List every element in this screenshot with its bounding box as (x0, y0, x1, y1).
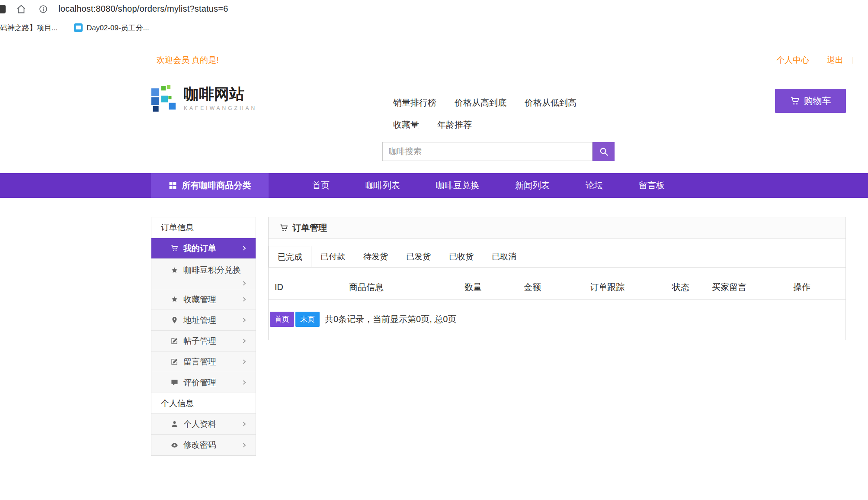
pixel-k-logo-icon (151, 85, 178, 112)
sidebar-section-profile: 个人信息 (151, 393, 256, 414)
bookmark-item[interactable]: Day02-09-员工分... (74, 23, 149, 33)
all-categories-label: 所有咖啡商品分类 (182, 180, 251, 191)
sidebar-item-label: 帖子管理 (183, 335, 216, 347)
chevron-right-icon (241, 317, 247, 323)
nav-item-coffee-list[interactable]: 咖啡列表 (365, 180, 400, 191)
column-quantity: 数量 (464, 281, 524, 293)
edit-icon (171, 358, 178, 365)
sidebar-item-label: 评价管理 (183, 377, 216, 388)
cart-icon (171, 245, 178, 252)
nav-item-message-board[interactable]: 留言板 (639, 180, 665, 191)
divider (852, 57, 852, 64)
star-icon (171, 296, 178, 303)
logo-text: 咖啡网站 KAFEIWANGZHAN (184, 85, 257, 111)
divider (818, 57, 818, 64)
column-order-tracking: 订单跟踪 (590, 281, 672, 293)
sidebar-item-messages[interactable]: 留言管理 (151, 352, 256, 372)
chevron-right-icon (241, 442, 247, 448)
nav-item-news[interactable]: 新闻列表 (515, 180, 550, 191)
sidebar-item-addresses[interactable]: 地址管理 (151, 310, 256, 331)
account-center-link[interactable]: 个人中心 (776, 55, 809, 66)
sidebar-item-label: 留言管理 (183, 356, 216, 368)
cart-button[interactable]: 购物车 (775, 89, 846, 113)
tab-cancelled[interactable]: 已取消 (483, 246, 525, 267)
sort-links: 销量排行榜 价格从高到底 价格从低到高 收藏量 年龄推荐 (393, 97, 577, 131)
site-info-icon[interactable] (38, 4, 48, 14)
eye-icon (171, 442, 178, 449)
tab-received[interactable]: 已收货 (440, 246, 483, 267)
panel-title: 订单管理 (292, 222, 327, 234)
all-categories-button[interactable]: 所有咖啡商品分类 (151, 173, 269, 198)
sidebar-item-favorites[interactable]: 收藏管理 (151, 289, 256, 310)
search-box (382, 142, 615, 161)
sort-link-favorites[interactable]: 收藏量 (393, 119, 419, 131)
sort-links-row1: 销量排行榜 价格从高到底 价格从低到高 (393, 97, 577, 109)
sort-links-row2: 收藏量 年龄推荐 (393, 119, 577, 131)
sidebar-item-profile[interactable]: 个人资料 (151, 414, 256, 435)
nav-item-home[interactable]: 首页 (312, 180, 330, 191)
partial-browser-icon (0, 5, 6, 13)
nav-item-forum[interactable]: 论坛 (586, 180, 603, 191)
account-links: 个人中心 退出 (776, 55, 852, 66)
sidebar-item-label: 地址管理 (183, 315, 216, 326)
nav-links: 首页 咖啡列表 咖啡豆兑换 新闻列表 论坛 留言板 (269, 173, 665, 198)
nav-item-bean-exchange[interactable]: 咖啡豆兑换 (436, 180, 479, 191)
chevron-right-icon (241, 297, 247, 302)
url-text[interactable]: localhost:8080/shop/orders/mylist?status… (58, 4, 228, 14)
sidebar-item-label: 修改密码 (183, 439, 216, 451)
sidebar-item-reviews[interactable]: 评价管理 (151, 372, 256, 393)
pagination-last-button[interactable]: 末页 (295, 312, 320, 327)
cart-icon (280, 224, 288, 232)
sidebar-item-change-password[interactable]: 修改密码 (151, 435, 256, 455)
user-icon (171, 420, 178, 428)
bookmark-item[interactable]: 码神之路】项目... (0, 23, 58, 33)
search-button[interactable] (593, 142, 615, 161)
column-amount: 金额 (524, 281, 590, 293)
chevron-right-icon (241, 245, 247, 251)
pagination: 首页 末页 共0条记录，当前显示第0页, 总0页 (270, 312, 846, 327)
logout-link[interactable]: 退出 (827, 55, 843, 66)
column-product-info: 商品信息 (349, 281, 464, 293)
tab-to-ship[interactable]: 待发货 (354, 246, 397, 267)
home-icon[interactable] (16, 4, 26, 14)
pin-icon (171, 316, 178, 324)
sort-link-price-asc[interactable]: 价格从低到高 (525, 97, 577, 109)
sort-link-age[interactable]: 年龄推荐 (437, 119, 472, 131)
order-status-tabs: 已完成 已付款 待发货 已发货 已收货 已取消 (269, 239, 846, 268)
main-navbar: 所有咖啡商品分类 首页 咖啡列表 咖啡豆兑换 新闻列表 论坛 留言板 (0, 173, 868, 198)
chevron-right-icon (241, 359, 247, 365)
chevron-right-icon (241, 421, 247, 427)
sidebar-item-my-orders[interactable]: 我的订单 (151, 238, 256, 259)
comment-icon (171, 379, 178, 386)
sidebar-item-label: 收藏管理 (183, 294, 216, 305)
sidebar-item-label: 咖啡豆积分兑换 (183, 265, 241, 276)
orders-table-header: ID 商品信息 数量 金额 订单跟踪 状态 买家留言 操作 (269, 279, 846, 300)
column-id: ID (275, 282, 349, 292)
sidebar-item-label: 我的订单 (183, 243, 216, 254)
edit-icon (171, 337, 178, 345)
pagination-first-button[interactable]: 首页 (270, 312, 294, 327)
logo-title: 咖啡网站 (184, 85, 257, 103)
sort-link-sales[interactable]: 销量排行榜 (393, 97, 436, 109)
sidebar: 订单信息 我的订单 咖啡豆积分兑换 收藏管理 地址管理 帖子管理 留言管理 评价… (151, 217, 256, 456)
tab-completed[interactable]: 已完成 (269, 246, 311, 267)
search-input[interactable] (382, 142, 593, 161)
sidebar-section-orders: 订单信息 (151, 217, 256, 238)
sidebar-item-bean-points-exchange[interactable]: 咖啡豆积分兑换 (151, 259, 256, 289)
star-icon (171, 267, 178, 274)
column-actions: 操作 (793, 281, 846, 293)
tab-paid[interactable]: 已付款 (311, 246, 354, 267)
bookmark-label: 码神之路】项目... (0, 23, 58, 33)
cart-button-label: 购物车 (804, 95, 831, 107)
bookmarks-bar: 码神之路】项目... Day02-09-员工分... (0, 18, 149, 37)
panel-header: 订单管理 (269, 217, 846, 239)
order-management-panel: 订单管理 已完成 已付款 待发货 已发货 已收货 已取消 ID 商品信息 数量 … (268, 217, 846, 340)
bookmark-label: Day02-09-员工分... (86, 23, 149, 33)
sidebar-item-label: 个人资料 (183, 419, 216, 430)
tab-shipped[interactable]: 已发货 (397, 246, 440, 267)
site-logo[interactable]: 咖啡网站 KAFEIWANGZHAN (151, 85, 257, 112)
welcome-message: 欢迎会员 真的是! (157, 55, 219, 66)
sidebar-item-posts[interactable]: 帖子管理 (151, 331, 256, 352)
chevron-right-icon (241, 281, 247, 286)
sort-link-price-desc[interactable]: 价格从高到底 (455, 97, 506, 109)
